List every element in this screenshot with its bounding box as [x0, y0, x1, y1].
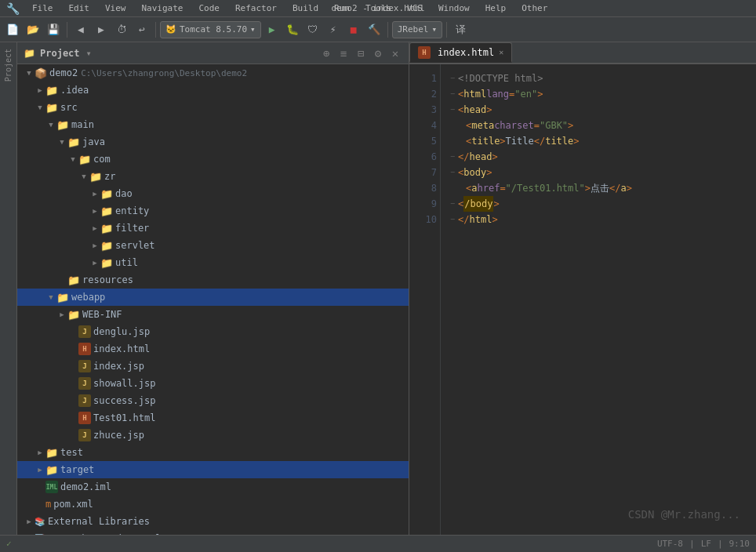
- menu-navigate[interactable]: Navigate: [139, 3, 187, 13]
- menu-file[interactable]: File: [29, 3, 56, 13]
- demo2iml-icon: IML: [45, 481, 58, 493]
- tree-item-filter[interactable]: ▶ 📁 filter: [17, 220, 409, 237]
- tree-item-servlet[interactable]: ▶ 📁 servlet: [17, 237, 409, 254]
- tree-item-zr[interactable]: ▼ 📁 zr: [17, 168, 409, 185]
- root-arrow: ▼: [24, 67, 35, 78]
- tree-item-test01[interactable]: H Test01.html: [17, 409, 409, 427]
- tree-item-zhuce[interactable]: J zhuce.jsp: [17, 427, 409, 444]
- fold-1[interactable]: −: [450, 71, 455, 86]
- fold-10[interactable]: −: [450, 212, 455, 227]
- test01-icon: H: [78, 412, 91, 424]
- filter-folder-icon: 📁: [100, 222, 113, 234]
- close-btn[interactable]: ✕: [388, 46, 402, 60]
- tree-item-dao[interactable]: ▶ 📁 dao: [17, 185, 409, 202]
- forward-btn[interactable]: ▶: [92, 20, 111, 39]
- tree-item-idea[interactable]: ▶ 📁 .idea: [17, 82, 409, 99]
- zhuce-spacer: [67, 430, 78, 441]
- fold-9[interactable]: −: [450, 196, 455, 212]
- menu-refactor[interactable]: Refactor: [232, 3, 280, 13]
- zhuce-icon: J: [78, 429, 91, 441]
- line-num-10: 10: [413, 212, 437, 227]
- menu-other[interactable]: Other: [518, 3, 551, 13]
- locate-btn[interactable]: ⊕: [319, 46, 333, 60]
- menu-view[interactable]: View: [102, 3, 129, 13]
- settings-btn[interactable]: ⚙: [371, 46, 385, 60]
- fold-6[interactable]: −: [450, 149, 455, 165]
- menu-window[interactable]: Window: [435, 3, 473, 13]
- servlet-label: servlet: [115, 240, 155, 251]
- history-btn[interactable]: ↩: [133, 20, 151, 39]
- tree-item-indexhtml[interactable]: H index.html: [17, 340, 409, 358]
- idea-arrow: ▶: [35, 85, 45, 96]
- tree-item-demo2iml[interactable]: IML demo2.iml: [17, 478, 409, 496]
- run-btn[interactable]: ▶: [263, 20, 282, 39]
- menu-edit[interactable]: Edit: [66, 3, 93, 13]
- expand-btn[interactable]: ⊟: [354, 46, 368, 60]
- tree-item-resources[interactable]: 📁 resources: [17, 271, 409, 289]
- run-with-coverage-btn[interactable]: 🛡: [303, 20, 322, 39]
- tomcat-label: Tomcat 8.5.70: [180, 24, 247, 34]
- extlibs-icon: 📚: [35, 517, 45, 527]
- toolbar: 📄 📂 💾 ◀ ▶ ⏱ ↩ 🐱 Tomcat 8.5.70 ▾ ▶ 🐛 🛡 ⚡ …: [0, 17, 756, 42]
- tree-item-webinf[interactable]: ▶ 📁 WEB-INF: [17, 306, 409, 323]
- test01-label: Test01.html: [93, 412, 155, 423]
- fold-3[interactable]: −: [450, 102, 455, 118]
- open-btn[interactable]: 📂: [24, 20, 42, 39]
- tree-item-pomxml[interactable]: m pom.xml: [17, 496, 409, 513]
- tomcat-dropdown[interactable]: 🐱 Tomcat 8.5.70 ▾: [160, 21, 261, 38]
- menu-build[interactable]: Build: [289, 3, 322, 13]
- menu-code[interactable]: Code: [195, 3, 223, 13]
- tree-item-extlibs[interactable]: ▶ 📚 External Libraries: [17, 513, 409, 530]
- fold-2[interactable]: −: [450, 86, 455, 102]
- save-btn[interactable]: 💾: [44, 20, 63, 39]
- tree-item-src[interactable]: ▼ 📁 src: [17, 99, 409, 116]
- fold-7[interactable]: −: [450, 165, 455, 180]
- tree-item-showall[interactable]: J showall.jsp: [17, 375, 409, 392]
- translate-btn[interactable]: 译: [451, 20, 470, 39]
- tree-item-entity[interactable]: ▶ 📁 entity: [17, 202, 409, 220]
- code-line-1: − <!DOCTYPE html>: [450, 71, 747, 86]
- tree-item-main[interactable]: ▼ 📁 main: [17, 116, 409, 133]
- tree-item-util[interactable]: ▶ 📁 util: [17, 254, 409, 271]
- profile-btn[interactable]: ⚡: [324, 20, 343, 39]
- code-area[interactable]: − <!DOCTYPE html> − <html lang="en"> − <…: [441, 64, 756, 535]
- entity-folder-icon: 📁: [100, 205, 113, 217]
- tomcat-chevron: ▾: [250, 24, 256, 34]
- status-bar: ✓ UTF-8 | LF | 9:10: [0, 535, 756, 552]
- stop-btn[interactable]: ■: [344, 20, 363, 39]
- tree-item-test[interactable]: ▶ 📁 test: [17, 444, 409, 461]
- tree-item-denglu[interactable]: J denglu.jsp: [17, 323, 409, 340]
- project-dropdown-arrow[interactable]: ▾: [86, 48, 92, 59]
- jrebel-dropdown[interactable]: JRebel ▾: [392, 21, 442, 38]
- servlet-folder-icon: 📁: [100, 239, 113, 252]
- body-close-highlighted: /body: [463, 196, 493, 212]
- collapse-btn[interactable]: ≡: [336, 46, 351, 60]
- tree-item-indexjsp[interactable]: J index.jsp: [17, 358, 409, 375]
- code-line-7: − <body>: [450, 165, 747, 180]
- menu-help[interactable]: Help: [482, 3, 510, 13]
- project-sidebar-tab[interactable]: Project: [2, 42, 14, 88]
- tab-close-btn[interactable]: ✕: [499, 48, 503, 56]
- app-icon: 🔧: [6, 2, 20, 15]
- tab-indexhtml[interactable]: H index.html ✕: [409, 42, 512, 63]
- debug-btn[interactable]: 🐛: [283, 20, 302, 39]
- util-folder-icon: 📁: [100, 256, 113, 269]
- line-num-9: 9: [413, 196, 437, 212]
- back-btn[interactable]: ◀: [71, 20, 90, 39]
- pomxml-spacer: [35, 499, 45, 510]
- watermark: CSDN @Mr.zhang...: [628, 508, 740, 521]
- recent-btn[interactable]: ⏱: [112, 20, 131, 39]
- new-file-btn[interactable]: 📄: [3, 20, 22, 39]
- build-btn[interactable]: 🔨: [365, 20, 383, 39]
- tree-item-com[interactable]: ▼ 📁 com: [17, 151, 409, 168]
- tree-item-webapp[interactable]: ▼ 📁 webapp: [17, 289, 409, 306]
- tree-item-success[interactable]: J success.jsp: [17, 392, 409, 409]
- line-num-5: 5: [413, 133, 437, 149]
- resources-folder-icon: 📁: [67, 274, 80, 286]
- tree-item-java[interactable]: ▼ 📁 java: [17, 133, 409, 151]
- src-label: src: [60, 102, 78, 113]
- tree-item-target[interactable]: ▶ 📁 target: [17, 461, 409, 478]
- tree-root[interactable]: ▼ 📦 demo2 C:\Users\zhangrong\Desktop\dem…: [17, 64, 409, 82]
- denglu-label: denglu.jsp: [93, 326, 150, 337]
- status-line-endings: LF: [701, 539, 711, 549]
